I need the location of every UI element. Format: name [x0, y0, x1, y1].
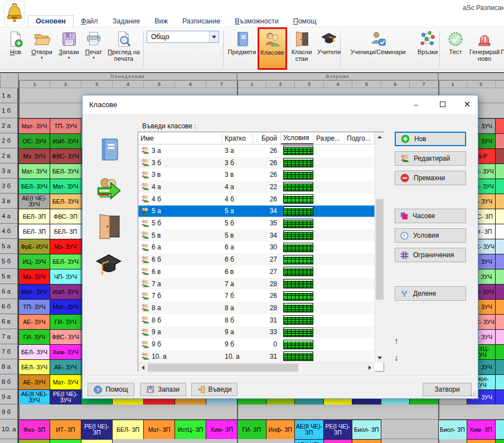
tab-options[interactable]: Възможности — [227, 16, 285, 27]
edit-class-button[interactable]: Редактирай — [395, 151, 466, 166]
timetable-cell[interactable]: Б — [495, 239, 504, 254]
classroom-door-icon[interactable] — [95, 213, 123, 240]
timetable-cell[interactable]: ФВС- ЗП — [50, 209, 81, 224]
class-row-10а[interactable]: 10. а10. а31 — [138, 350, 375, 363]
timetable-cell[interactable]: Р — [495, 269, 504, 285]
toolbar-save-button[interactable]: Запази▼ — [56, 28, 81, 69]
timetable-cell[interactable]: Мат- ЗУЧ — [50, 299, 81, 315]
timetable-cell[interactable]: РЕ(I ЧЕ)- ЗП — [323, 420, 353, 440]
toolbar-open-button[interactable]: Отвори▼ — [28, 28, 56, 69]
tab-file[interactable]: Файл — [74, 16, 105, 27]
toolbar-generate-button[interactable]: Генерирай ново — [469, 28, 500, 69]
timetable-cell[interactable]: Ф — [495, 299, 504, 315]
toolbar-classes-button[interactable]: Класове — [258, 27, 287, 70]
timetable-cell[interactable]: ЧП- ЗУЧ — [50, 269, 81, 285]
minimize-button[interactable]: – — [402, 95, 430, 113]
timetable-cell-empty[interactable] — [266, 439, 295, 443]
class-row-3б[interactable]: 3 б3 б26 — [138, 157, 375, 169]
timetable-cell[interactable]: ИзИ- ЗУЧ — [50, 284, 81, 300]
toolbar-classrooms-button[interactable]: Класни стаи — [288, 28, 316, 69]
toolbar-teachers-button[interactable]: Учители — [316, 28, 342, 69]
timetable-cell[interactable]: АЕ- ЗУЧ — [18, 314, 50, 330]
timetable-cell-empty[interactable] — [175, 405, 206, 420]
timetable-cell-empty[interactable] — [237, 405, 266, 420]
class-row-7б[interactable]: 7 б7 б26 — [138, 290, 375, 302]
toolbar-print-preview-button[interactable]: Преглед на печата — [106, 28, 141, 69]
timetable-cell[interactable]: БЕЛ- ЗУЧ — [50, 254, 81, 269]
class-row-4а[interactable]: 4 а4 а22 — [138, 181, 375, 193]
timetable-cell-empty[interactable] — [352, 405, 381, 420]
timetable-cell-empty[interactable] — [409, 439, 439, 443]
timetable-cell[interactable]: ФрЕ- ИУЧ — [18, 239, 50, 254]
maximize-button[interactable] — [430, 95, 455, 113]
timetable-cell-empty[interactable] — [495, 405, 504, 420]
timetable-cell[interactable]: Р — [495, 389, 504, 405]
horizontal-scroll-thumb[interactable] — [148, 364, 298, 372]
timetable-cell-empty[interactable] — [409, 420, 439, 439]
new-class-button[interactable]: Нов — [395, 132, 466, 146]
timetable-cell[interactable]: А — [495, 344, 504, 360]
timetable-cell-empty[interactable] — [381, 439, 410, 443]
help-button[interactable]: ?Помощ — [88, 383, 134, 396]
toolbar-links-button[interactable]: Връзки — [414, 28, 442, 69]
timetable-cell[interactable]: Мат- ЗУЧ — [18, 118, 50, 134]
class-row-3в[interactable]: 3 в3 в26 — [138, 168, 375, 181]
timetable-cell-empty[interactable] — [467, 405, 496, 420]
timetable-cell-empty[interactable] — [50, 103, 81, 118]
vertical-scrollbar[interactable] — [375, 132, 384, 363]
timetable-cell-empty[interactable] — [175, 439, 206, 443]
tab-timetable[interactable]: Разписание — [175, 16, 227, 27]
timetable-cell-empty[interactable] — [381, 405, 410, 420]
conditions-button[interactable]: Условия — [395, 228, 466, 243]
timetable-cell-empty[interactable] — [381, 420, 410, 439]
timetable-cell[interactable]: ФВС- ЗУЧ — [50, 148, 81, 164]
tab-view[interactable]: Виж — [147, 16, 175, 27]
timetable-cell[interactable]: Мз- ЗУЧ — [18, 148, 50, 164]
timetable-cell[interactable]: РЕ(I ЧЕ)- ЗУЧ — [50, 389, 81, 405]
classes-arrow-icon[interactable] — [95, 175, 123, 203]
timetable-cell[interactable]: БЕЛ- ЗУЧ — [18, 359, 50, 375]
timetable-cell[interactable]: ИзИ- ЗУЧ — [50, 133, 81, 149]
timetable-cell[interactable]: АЕ(I ЧЕ)- ЗП — [294, 439, 324, 443]
chevron-down-icon[interactable]: ▼ — [82, 56, 105, 60]
scroll-left-icon[interactable] — [138, 363, 148, 372]
column-header-1[interactable]: Име — [138, 132, 222, 145]
timetable-cell[interactable]: БЕЛ- ЗУЧ — [50, 163, 81, 179]
timetable-cell[interactable]: Б — [495, 133, 504, 149]
timetable-cell[interactable]: ТП- ЗУЧ — [50, 118, 81, 134]
close-icon[interactable]: ✕ — [455, 95, 479, 113]
timetable-cell[interactable]: АЕ(I ЧЕ)- ЗУЧ — [18, 194, 50, 209]
timetable-cell[interactable]: Ч — [495, 194, 504, 209]
toolbar-students-button[interactable]: Ученици/Семинари — [343, 28, 413, 69]
timetable-cell[interactable]: ИЦ- ЗУЧ — [18, 254, 50, 269]
close-dialog-button[interactable]: Затвори — [423, 383, 472, 396]
tab-assignment[interactable]: Задание — [105, 16, 148, 27]
timetable-cell[interactable]: БЕЛ- ЗУЧ — [18, 179, 50, 194]
timetable-cell[interactable]: ТП- ЗУЧ — [18, 299, 50, 315]
timetable-cell[interactable]: Биол- ЗП — [352, 420, 381, 440]
column-header-4[interactable]: Условия — [281, 132, 314, 145]
column-header-5[interactable]: Разре... — [314, 132, 345, 145]
timetable-cell-empty[interactable] — [206, 405, 238, 420]
timetable-cell[interactable]: Мат- ЗУЧ — [50, 374, 81, 390]
timetable-cell[interactable]: ГИ- ЗУЧ — [50, 314, 81, 330]
toolbar-test-button[interactable]: Тест — [443, 28, 468, 69]
scroll-right-icon[interactable] — [365, 363, 375, 372]
class-row-5в[interactable]: 5 в5 в34 — [138, 229, 375, 242]
timetable-cell[interactable]: РЕ(I ЧЕ)- ЗП — [81, 420, 113, 440]
timetable-cell[interactable]: Хим- ЗУЧ — [50, 344, 81, 360]
class-row-8б[interactable]: 8 б8 б31 — [138, 314, 375, 326]
timetable-cell-empty[interactable] — [495, 88, 504, 103]
class-row-4б[interactable]: 4 б4 б26 — [138, 193, 375, 205]
tab-home[interactable]: Основен — [28, 15, 74, 27]
timetable-cell[interactable]: М — [495, 254, 504, 269]
timetable-cell[interactable]: Мат- ЗП — [143, 420, 175, 440]
timetable-cell[interactable]: БЕЛ- ЗУЧ — [18, 344, 50, 360]
timetable-cell-empty[interactable] — [50, 88, 81, 103]
column-header-2[interactable]: Кратко — [222, 132, 253, 145]
timetable-cell[interactable]: Биол- ЗП — [438, 420, 467, 440]
timetable-cell[interactable]: АЕ- ЗУЧ — [50, 359, 81, 375]
timetable-cell[interactable]: БЕЛ- ЗП — [50, 224, 81, 239]
timetable-cell[interactable]: Ф — [495, 284, 504, 300]
timetable-cell-empty[interactable] — [206, 439, 238, 443]
